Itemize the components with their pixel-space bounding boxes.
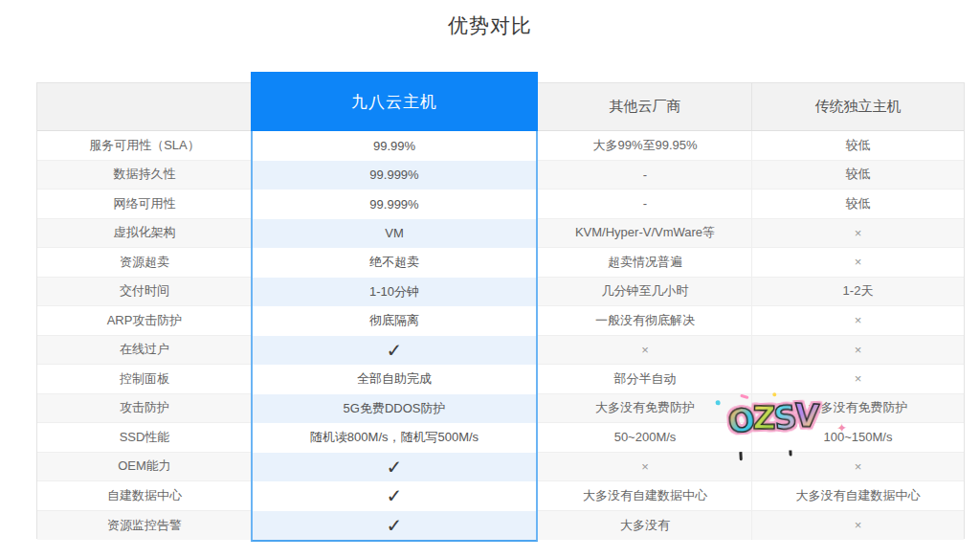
- table-cell: 大多没有免费防护: [539, 394, 751, 423]
- cross-icon: ×: [539, 336, 751, 365]
- featured-column-body: 99.99%99.999%99.999%VM绝不超卖1-10分钟彻底隔离✓全部自…: [251, 131, 538, 542]
- header-other-vendors: 其他云厂商: [539, 83, 751, 130]
- table-cell: 1-10分钟: [253, 278, 536, 307]
- table-cell: 99.999%: [253, 161, 536, 190]
- table-cell: 部分半自动: [539, 365, 751, 393]
- row-label: 数据持久性: [37, 161, 252, 190]
- cross-icon: ×: [751, 511, 964, 541]
- table-cell: 较低: [751, 131, 964, 160]
- table-cell: 超卖情况普遍: [539, 248, 751, 277]
- page: 优势对比 其他云厂商 传统独立主机 服务可用性（SLA）大多99%至99.95%…: [0, 0, 980, 558]
- row-label: SSD性能: [37, 423, 252, 452]
- check-icon: ✓: [253, 453, 536, 482]
- row-label: 网络可用性: [37, 190, 252, 218]
- row-label: 虚拟化架构: [37, 219, 252, 248]
- row-label: 交付时间: [37, 278, 252, 306]
- header-traditional: 传统独立主机: [751, 83, 964, 130]
- comparison-table: 其他云厂商 传统独立主机 服务可用性（SLA）大多99%至99.95%较低数据持…: [36, 82, 965, 539]
- cross-icon: ×: [539, 453, 751, 481]
- row-label: 资源监控告警: [37, 511, 252, 541]
- cross-icon: ×: [751, 336, 964, 365]
- featured-column-header: 九八云主机: [251, 72, 538, 131]
- table-cell: 大多没有自建数据中心: [539, 481, 751, 510]
- row-label: 控制面板: [37, 365, 252, 393]
- row-label: 攻击防护: [37, 394, 252, 423]
- table-cell: 彻底隔离: [253, 306, 536, 336]
- cross-icon: ×: [751, 306, 964, 335]
- table-cell: KVM/Hyper-V/VmWare等: [539, 219, 751, 248]
- check-icon: ✓: [253, 511, 536, 541]
- row-label: 资源超卖: [37, 248, 252, 277]
- table-cell: -: [539, 190, 751, 218]
- row-label: 服务可用性（SLA）: [37, 131, 252, 160]
- table-cell: 随机读800M/s，随机写500M/s: [253, 423, 536, 453]
- table-cell: 1-2天: [751, 278, 964, 306]
- table-cell: 大多99%至99.95%: [539, 131, 751, 160]
- table-cell: 100~150M/s: [751, 423, 964, 452]
- check-icon: ✓: [253, 336, 536, 366]
- table-cell: 99.99%: [253, 131, 536, 161]
- table-cell: -: [539, 161, 751, 190]
- table-cell: 一般没有彻底解决: [539, 306, 751, 335]
- header-feature: [37, 83, 252, 130]
- check-icon: ✓: [253, 481, 536, 511]
- table-cell: 绝不超卖: [253, 248, 536, 278]
- table-cell: 几分钟至几小时: [539, 278, 751, 306]
- table-cell: VM: [253, 219, 536, 249]
- row-label: 自建数据中心: [37, 481, 252, 510]
- table-cell: 5G免费DDOS防护: [253, 394, 536, 424]
- table-cell: 大多没有自建数据中心: [751, 481, 964, 510]
- table-cell: 99.999%: [253, 190, 536, 219]
- table-cell: 全部自助完成: [253, 365, 536, 394]
- row-label: ARP攻击防护: [37, 306, 252, 335]
- page-title: 优势对比: [0, 12, 980, 39]
- table-cell: 50~200M/s: [539, 423, 751, 452]
- featured-column: 九八云主机 99.99%99.999%99.999%VM绝不超卖1-10分钟彻底…: [251, 72, 538, 542]
- cross-icon: ×: [751, 219, 964, 248]
- row-label: OEM能力: [37, 453, 252, 481]
- row-label: 在线过户: [37, 336, 252, 365]
- table-cell: 大多没有: [539, 511, 751, 541]
- cross-icon: ×: [751, 248, 964, 277]
- cross-icon: ×: [751, 365, 964, 393]
- cross-icon: ×: [751, 453, 964, 481]
- table-cell: 较低: [751, 161, 964, 190]
- table-cell: 较低: [751, 190, 964, 218]
- table-cell: 大多没有免费防护: [751, 394, 964, 423]
